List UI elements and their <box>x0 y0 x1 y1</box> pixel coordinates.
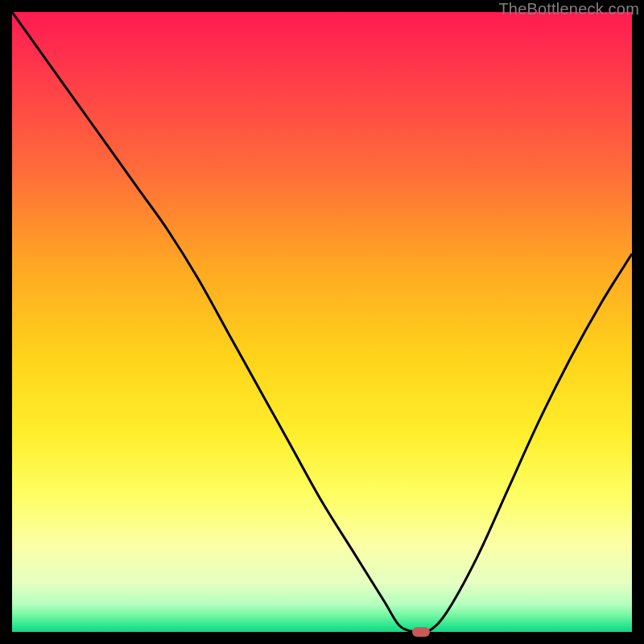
bottleneck-curve <box>12 12 632 632</box>
optimal-marker <box>412 627 430 637</box>
plot-area <box>12 12 632 632</box>
curve-path <box>12 12 632 632</box>
chart-frame: TheBottleneck.com <box>0 0 644 644</box>
attribution-text: TheBottleneck.com <box>498 0 639 19</box>
